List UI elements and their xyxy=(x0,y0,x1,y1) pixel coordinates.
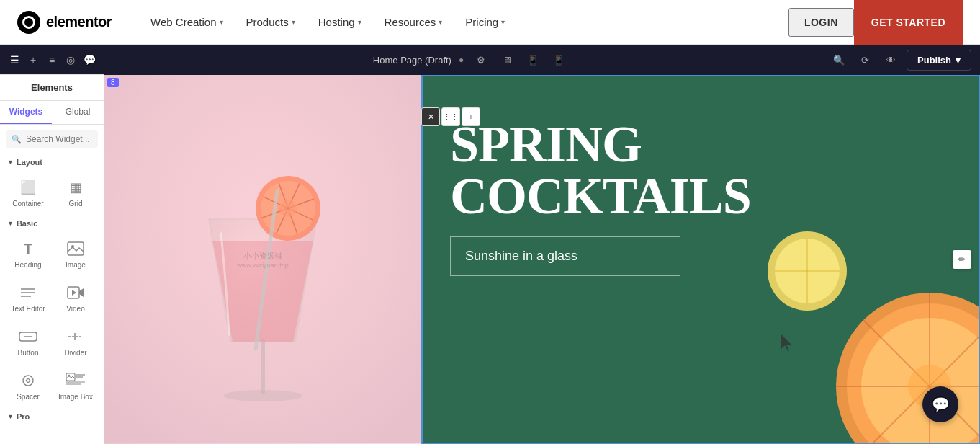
chevron-down-icon: ▾ xyxy=(220,18,223,26)
chevron-down-icon: ▾ xyxy=(358,18,361,26)
tablet-icon[interactable]: 📱 xyxy=(523,50,543,70)
comments-icon[interactable]: 💬 xyxy=(82,51,96,68)
element-image-box[interactable]: Image Box xyxy=(52,364,99,408)
elements-header: Elements xyxy=(0,75,104,101)
chat-icon: 💬 xyxy=(932,396,950,413)
num-indicator: 8 xyxy=(107,78,119,87)
basic-section-label: ▼ Basic xyxy=(0,215,104,232)
video-icon xyxy=(64,283,87,302)
layout-section-label: ▼ Layout xyxy=(0,154,104,171)
spring-heading: SPRING xyxy=(450,118,958,170)
subtitle-text: Sunshine in a glass xyxy=(465,249,577,263)
container-icon: ⬜ xyxy=(17,178,40,197)
heading-icon: T xyxy=(17,239,40,258)
search-input[interactable] xyxy=(26,134,92,144)
section-arrow-icon: ▼ xyxy=(7,220,14,227)
nav-right: LOGIN GET STARTED xyxy=(788,0,963,45)
canvas-content: 8 ✕ ⋮⋮ + xyxy=(104,75,980,444)
svg-marker-6 xyxy=(79,288,84,297)
tab-global[interactable]: Global xyxy=(52,101,104,124)
element-container[interactable]: ⬜ Container xyxy=(4,171,52,215)
grid-icon: ▦ xyxy=(64,178,87,197)
cocktails-heading: COCKTAILS xyxy=(450,170,958,222)
button-icon xyxy=(17,327,40,346)
chevron-publish-icon: ▾ xyxy=(956,55,961,66)
history-canvas-icon[interactable]: ⟳ xyxy=(855,50,875,70)
nav-items: Web Creation ▾ Products ▾ Hosting ▾ Reso… xyxy=(140,10,788,34)
add-icon[interactable]: + xyxy=(26,51,40,68)
tab-widgets[interactable]: Widgets xyxy=(0,101,52,124)
element-text-editor[interactable]: Text Editor xyxy=(4,276,52,320)
chat-button[interactable]: 💬 xyxy=(922,386,958,422)
login-button[interactable]: LOGIN xyxy=(788,8,854,37)
image-box-icon xyxy=(64,371,87,390)
history-icon[interactable]: ≡ xyxy=(45,51,59,68)
add-selection-button[interactable]: + xyxy=(462,107,480,126)
svg-rect-0 xyxy=(68,242,84,255)
canvas-toolbar: Home Page (Draft) ● ⚙ 🖥 📱 📱 🔍 ⟳ 👁 Publis… xyxy=(104,45,980,75)
top-navigation: elementor Web Creation ▾ Products ▾ Host… xyxy=(0,0,980,45)
element-spacer[interactable]: Spacer xyxy=(4,364,52,408)
publish-button[interactable]: Publish ▾ xyxy=(907,50,971,71)
pro-section-label: ▼ Pro xyxy=(0,408,104,425)
close-selection-button[interactable]: ✕ xyxy=(421,107,440,126)
mobile-icon[interactable]: 📱 xyxy=(549,50,569,70)
nav-item-web-creation[interactable]: Web Creation ▾ xyxy=(140,10,233,34)
element-button[interactable]: Button xyxy=(4,320,52,364)
element-divider[interactable]: Divider xyxy=(52,320,99,364)
section-arrow-icon: ▼ xyxy=(7,159,14,166)
canvas-toolbar-center: Home Page (Draft) ● ⚙ 🖥 📱 📱 xyxy=(373,50,569,70)
settings-icon[interactable]: ⚙ xyxy=(471,50,491,70)
basic-elements-grid: T Heading Image Text Editor xyxy=(0,232,104,408)
element-grid[interactable]: ▦ Grid xyxy=(52,171,99,215)
cocktail-illustration xyxy=(104,75,421,443)
draft-dot: ● xyxy=(459,55,464,65)
canvas-left-panel: 小小资源铺 www.xxziyuan.top xyxy=(104,75,421,444)
image-icon xyxy=(64,239,87,258)
element-heading[interactable]: T Heading xyxy=(4,232,52,276)
settings-circle-icon[interactable]: ◎ xyxy=(63,51,78,68)
canvas-selection-toolbar: ✕ ⋮⋮ + xyxy=(421,107,480,126)
nav-item-resources[interactable]: Resources ▾ xyxy=(374,10,453,34)
canvas-right-panel: SPRING COCKTAILS Sunshine in a glass ✏ xyxy=(421,75,980,444)
chevron-down-icon: ▾ xyxy=(501,18,505,26)
search-icon: 🔍 xyxy=(12,135,22,144)
desktop-icon[interactable]: 🖥 xyxy=(497,50,517,70)
nav-item-products[interactable]: Products ▾ xyxy=(236,10,305,34)
pro-arrow-icon: ▼ xyxy=(7,413,14,420)
subtitle-box[interactable]: Sunshine in a glass xyxy=(450,236,680,276)
logo-icon xyxy=(17,11,40,34)
layout-elements-grid: ⬜ Container ▦ Grid xyxy=(0,171,104,215)
editor-area: ☰ + ≡ ◎ 💬 Elements Widgets Global 🔍 ▼ La… xyxy=(0,45,980,444)
eye-icon[interactable]: 👁 xyxy=(881,50,901,70)
element-image[interactable]: Image xyxy=(52,232,99,276)
text-editor-icon xyxy=(17,283,40,302)
canvas-toolbar-right: 🔍 ⟳ 👁 Publish ▾ xyxy=(829,50,971,71)
search-box: 🔍 xyxy=(6,130,98,148)
nav-item-pricing[interactable]: Pricing ▾ xyxy=(455,10,515,34)
spacer-icon xyxy=(17,371,40,390)
search-canvas-icon[interactable]: 🔍 xyxy=(829,50,849,70)
get-started-button[interactable]: GET STARTED xyxy=(854,0,963,45)
svg-point-12 xyxy=(23,376,33,386)
sidebar: ☰ + ≡ ◎ 💬 Elements Widgets Global 🔍 ▼ La… xyxy=(0,45,104,444)
divider-icon xyxy=(64,327,87,346)
logo[interactable]: elementor xyxy=(17,11,112,34)
chevron-down-icon: ▾ xyxy=(292,18,295,26)
nav-item-hosting[interactable]: Hosting ▾ xyxy=(308,10,372,34)
elements-tabs: Widgets Global xyxy=(0,101,104,125)
element-video[interactable]: Video xyxy=(52,276,99,320)
logo-text: elementor xyxy=(46,14,112,30)
page-name: Home Page (Draft) xyxy=(373,55,451,66)
sidebar-toolbar: ☰ + ≡ ◎ 💬 xyxy=(0,45,104,75)
elements-icon[interactable]: ☰ xyxy=(7,51,22,68)
move-selection-button[interactable]: ⋮⋮ xyxy=(441,107,460,126)
chevron-down-icon: ▾ xyxy=(439,18,442,26)
canvas-area: Home Page (Draft) ● ⚙ 🖥 📱 📱 🔍 ⟳ 👁 Publis… xyxy=(104,45,980,444)
svg-point-21 xyxy=(223,390,302,401)
elements-panel: Elements Widgets Global 🔍 ▼ Layout ⬜ Con… xyxy=(0,75,104,444)
svg-marker-7 xyxy=(72,290,76,296)
